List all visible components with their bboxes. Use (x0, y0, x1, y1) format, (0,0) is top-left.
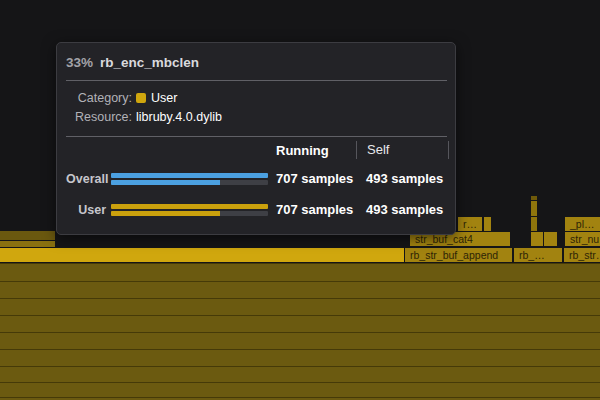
samples-table-header: Running Self (66, 139, 455, 161)
row-label: Overall (66, 172, 106, 186)
flame-bar[interactable] (531, 196, 537, 200)
flame-bar[interactable]: r… (458, 217, 482, 231)
flame-bar[interactable] (484, 217, 491, 231)
self-bar-fill (111, 211, 220, 216)
flame-bar[interactable] (531, 217, 537, 231)
call-node-tooltip: 33%rb_enc_mbclen Category:User Resource:… (56, 42, 456, 235)
flame-bar[interactable] (0, 248, 404, 262)
flame-row-dimmed[interactable] (0, 315, 600, 332)
resource-value: libruby.4.0.dylib (136, 110, 222, 124)
flame-bar[interactable]: str_nu… (565, 232, 600, 246)
flame-bar[interactable] (531, 201, 537, 216)
running-bar (111, 173, 268, 178)
samples-table: Running Self Overall 707 samples 493 sam… (66, 139, 455, 217)
tooltip-details: Category:User Resource:libruby.4.0.dylib (66, 81, 455, 136)
flame-row-dimmed[interactable] (0, 298, 600, 315)
tooltip-divider (66, 136, 447, 137)
flame-bar[interactable]: rb_str_buf_append (405, 248, 512, 262)
flame-row-dimmed[interactable] (0, 281, 600, 298)
self-bar-track (111, 180, 268, 185)
running-bar (111, 204, 268, 209)
flame-bar[interactable] (0, 241, 55, 247)
sample-bars (106, 204, 276, 216)
running-samples: 707 samples (276, 202, 356, 217)
table-row-overall: Overall 707 samples 493 samples (66, 171, 455, 186)
resource-label: Resource: (66, 108, 132, 127)
table-row-user: User 707 samples 493 samples (66, 202, 455, 217)
flame-bar[interactable] (531, 232, 543, 246)
self-column-header: Self (356, 141, 449, 159)
running-column-header: Running (276, 143, 356, 158)
category-row: Category:User (66, 89, 455, 108)
flame-bar[interactable]: rb_… (514, 248, 562, 262)
flame-row-dimmed[interactable] (0, 349, 600, 366)
sample-bars (106, 173, 276, 185)
category-value: User (151, 91, 177, 105)
self-samples: 493 samples (356, 171, 449, 186)
flame-row-dimmed[interactable] (0, 263, 600, 281)
flame-bar[interactable]: rb_str… (564, 248, 600, 262)
row-label: User (66, 203, 106, 217)
flame-bar[interactable] (0, 231, 55, 240)
flame-row-dimmed[interactable] (0, 332, 600, 349)
flame-bar[interactable] (544, 232, 557, 246)
tooltip-title: 33%rb_enc_mbclen (66, 53, 447, 72)
flame-bar[interactable]: _pl… (565, 217, 600, 231)
function-name: rb_enc_mbclen (100, 55, 199, 70)
self-samples: 493 samples (356, 202, 449, 217)
profiler-stack-chart: rb_str_buf_appendrb_…rb_str…str_buf_cat4… (0, 0, 600, 400)
category-label: Category: (66, 89, 132, 108)
category-color-swatch (136, 93, 146, 103)
flame-row-dimmed[interactable] (0, 366, 600, 382)
resource-row: Resource:libruby.4.0.dylib (66, 108, 455, 127)
flame-row-dimmed[interactable] (0, 382, 600, 397)
running-samples: 707 samples (276, 171, 356, 186)
self-bar-track (111, 211, 268, 216)
running-percent: 33% (66, 55, 93, 70)
self-bar-fill (111, 180, 220, 185)
